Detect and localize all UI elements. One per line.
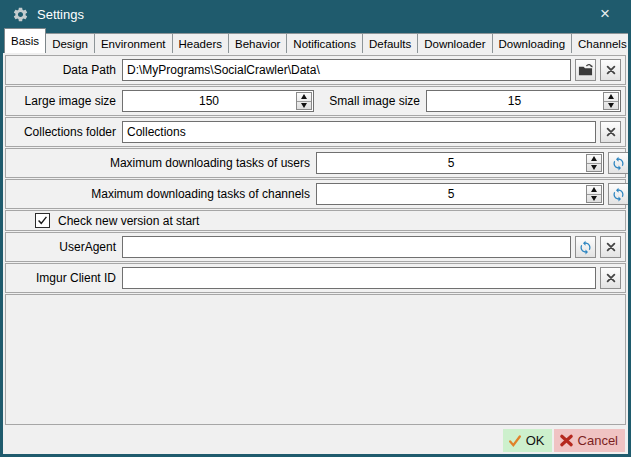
tab-label: Channels [578,38,627,50]
tab-label: Behavior [235,38,280,50]
data-path-row: Data Path [5,55,626,85]
tab-design[interactable]: Design [45,33,95,53]
tab-label: Basis [11,35,39,47]
ok-button[interactable]: OK [503,429,552,452]
reset-max-tasks-channels-button[interactable] [608,183,628,205]
imgur-client-id-row: Imgur Client ID [5,263,626,293]
browse-folder-button[interactable] [575,59,596,81]
check-new-version-checkbox[interactable] [35,213,50,228]
clear-user-agent-button[interactable] [600,236,621,258]
data-path-input[interactable] [122,59,571,81]
tab-behavior[interactable]: Behavior [228,33,287,53]
max-tasks-channels-label: Maximum downloading tasks of channels [10,187,310,201]
spinner-down-icon[interactable] [587,195,601,203]
sync-arrows-icon [578,240,593,255]
clear-x-icon [605,241,617,253]
large-image-size-input[interactable] [122,90,314,112]
max-tasks-users-stepper [316,152,604,174]
tab-notifications[interactable]: Notifications [286,33,363,53]
user-agent-row: UserAgent [5,232,626,262]
gear-icon [12,6,29,23]
spinner-down-icon[interactable] [604,102,618,110]
tab-downloader[interactable]: Downloader [417,33,492,53]
footer-bar: OK Cancel [3,427,628,454]
max-tasks-channels-row: Maximum downloading tasks of channels [5,179,626,209]
clear-data-path-button[interactable] [600,59,621,81]
title-bar: Settings × [3,0,628,28]
tab-defaults[interactable]: Defaults [362,33,418,53]
window-title: Settings [37,7,84,22]
clear-collections-folder-button[interactable] [600,121,621,143]
tab-basis[interactable]: Basis [4,28,46,53]
tab-downloading[interactable]: Downloading [492,33,573,53]
reset-max-tasks-users-button[interactable] [608,152,628,174]
cancel-button[interactable]: Cancel [554,429,625,452]
collections-folder-input[interactable] [122,121,596,143]
clear-x-icon [605,272,617,284]
cancel-button-label: Cancel [578,433,618,448]
spinner-up-icon[interactable] [587,155,601,164]
max-tasks-users-label: Maximum downloading tasks of users [10,156,310,170]
large-image-size-label: Large image size [10,94,116,108]
tab-label: Notifications [293,38,356,50]
spinner-buttons [586,185,602,203]
settings-dialog: Settings × Basis Design Environment Head… [0,0,631,457]
large-image-size-stepper [122,90,314,112]
cancel-x-icon [559,433,574,448]
spinner-buttons [296,92,312,110]
clear-x-icon [605,64,617,76]
sync-arrows-icon [611,156,626,171]
close-icon[interactable]: × [591,2,619,26]
reset-user-agent-button[interactable] [575,236,596,258]
imgur-client-id-label: Imgur Client ID [10,271,116,285]
spinner-up-icon[interactable] [604,93,618,102]
tab-headers[interactable]: Headers [172,33,229,53]
spinner-down-icon[interactable] [587,164,601,172]
max-tasks-users-row: Maximum downloading tasks of users [5,148,626,178]
data-path-label: Data Path [10,63,116,77]
max-tasks-channels-stepper [316,183,604,205]
spinner-up-icon[interactable] [587,186,601,195]
tab-channels[interactable]: Channels [571,33,628,53]
spinner-buttons [586,154,602,172]
ok-button-label: OK [526,433,545,448]
clear-x-icon [605,126,617,138]
user-agent-input[interactable] [122,236,571,258]
small-image-size-stepper [426,90,621,112]
small-image-size-input[interactable] [426,90,621,112]
sync-arrows-icon [611,187,626,202]
tab-content-basis: Data Path Large image size [3,53,628,427]
tab-label: Downloader [424,38,485,50]
tab-label: Design [52,38,88,50]
ok-check-icon [508,434,522,448]
clear-imgur-client-id-button[interactable] [600,267,621,289]
max-tasks-users-input[interactable] [316,152,604,174]
small-image-size-label: Small image size [329,94,420,108]
spinner-buttons [603,92,619,110]
max-tasks-channels-input[interactable] [316,183,604,205]
user-agent-label: UserAgent [10,240,116,254]
tab-environment[interactable]: Environment [94,33,173,53]
tab-label: Headers [179,38,222,50]
tab-label: Environment [101,38,166,50]
spinner-up-icon[interactable] [297,93,311,102]
tab-label: Downloading [499,38,566,50]
imgur-client-id-input[interactable] [122,267,596,289]
tab-label: Defaults [369,38,411,50]
collections-folder-row: Collections folder [5,117,626,147]
check-new-version-row[interactable]: Check new version at start [5,210,626,231]
collections-folder-label: Collections folder [10,125,116,139]
open-folder-icon [578,63,593,78]
tab-bar: Basis Design Environment Headers Behavio… [3,28,628,53]
checkbox-check-icon [37,215,48,226]
empty-panel [5,294,626,425]
spinner-down-icon[interactable] [297,102,311,110]
image-sizes-row: Large image size Small image size [5,86,626,116]
check-new-version-label: Check new version at start [58,214,199,228]
